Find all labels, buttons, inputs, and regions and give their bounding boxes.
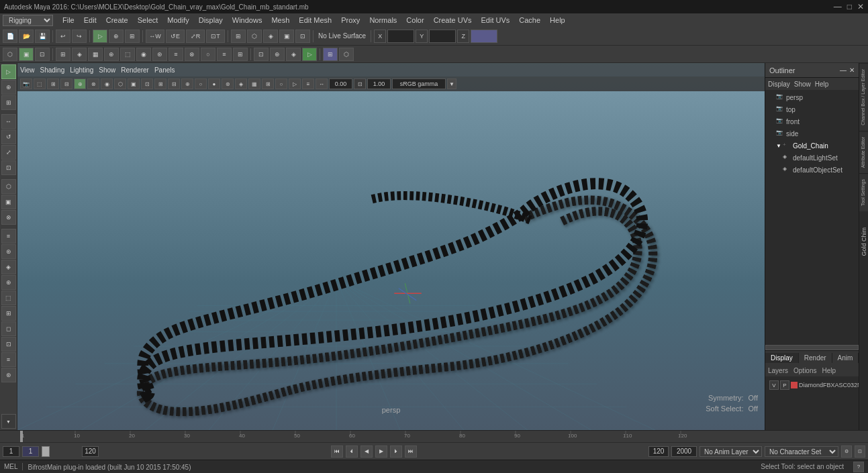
xyz-z-field[interactable] <box>471 30 497 43</box>
tl-play-btn[interactable]: ▶ <box>375 445 387 458</box>
menu-color[interactable]: Color <box>402 15 428 25</box>
layer-p-btn[interactable]: P <box>780 380 789 390</box>
menu-file[interactable]: File <box>58 15 79 25</box>
minimize-button[interactable]: — <box>834 2 842 11</box>
menu-modify[interactable]: Modify <box>163 15 193 25</box>
tl-step-fwd-btn[interactable]: ⏵ <box>390 445 402 458</box>
xyz-z-btn[interactable]: Z <box>457 30 469 43</box>
vp-paint-btn[interactable]: ≡ <box>302 78 314 89</box>
layers-menu-help[interactable]: Help <box>822 367 836 374</box>
vp-fov-field[interactable]: 0.00 <box>329 78 352 89</box>
mel-label[interactable]: MEL <box>4 463 23 470</box>
snap-proj-btn[interactable]: ▣ <box>279 30 294 43</box>
timeline-pb-end-input[interactable] <box>648 446 669 457</box>
paint-select-tool[interactable]: ⊞ <box>1 95 16 110</box>
rotate-tool[interactable]: ↺ <box>1 129 16 144</box>
lasso-tool-btn[interactable]: ⊕ <box>109 30 124 43</box>
menu-cache[interactable]: Cache <box>515 15 544 25</box>
paint-tool-btn[interactable]: ⊞ <box>125 30 140 43</box>
render2-btn[interactable]: ⊕ <box>270 48 285 61</box>
vp-res2-btn[interactable]: ▦ <box>248 78 260 89</box>
workspace-selector[interactable]: Rigging Animation Modeling <box>3 15 53 26</box>
viewport[interactable]: View Shading Lighting Show Renderer Pane… <box>17 63 765 430</box>
render3-btn[interactable]: ▷ <box>302 48 317 61</box>
lattice-tool[interactable]: ◈ <box>1 260 16 274</box>
vp-shade5-btn[interactable]: ⊕ <box>181 78 193 89</box>
curve-tool[interactable]: ⊕ <box>1 275 16 290</box>
menu-edit[interactable]: Edit <box>80 15 101 25</box>
maximize-button[interactable]: □ <box>847 2 852 11</box>
menu-create-uvs[interactable]: Create UVs <box>430 15 476 25</box>
tree-item-front[interactable]: 📷 front <box>765 115 859 127</box>
handles-btn[interactable]: ⊞ <box>56 48 70 61</box>
layer-row[interactable]: V P DiamondFBXASC032Ne... <box>768 379 856 391</box>
tree-item-top[interactable]: 📷 top <box>765 103 859 115</box>
vp-cam4-btn[interactable]: ⊟ <box>60 78 73 89</box>
menu-help[interactable]: Help <box>546 15 569 25</box>
outliner-hscroll-thumb[interactable] <box>765 345 859 350</box>
polys-btn[interactable]: ⊛ <box>152 48 167 61</box>
vp-color-chevron[interactable]: ▼ <box>447 78 456 89</box>
tab-render[interactable]: Render <box>799 353 832 363</box>
show-manip-tool[interactable]: ⊗ <box>1 210 16 225</box>
vp-light1-btn[interactable]: ○ <box>195 78 207 89</box>
obj-btn[interactable]: ▣ <box>19 48 34 61</box>
blend-tool[interactable]: ⊡ <box>1 337 16 352</box>
vp-menu-lighting[interactable]: Lighting <box>70 66 93 74</box>
tl-step-back-btn[interactable]: ⏴ <box>346 445 358 458</box>
tree-item-object-set[interactable]: ◈ defaultObjectSet <box>765 164 859 176</box>
vp-res1-btn[interactable]: ◈ <box>235 78 247 89</box>
outliner-menu-display[interactable]: Display <box>768 81 790 88</box>
component-btn[interactable]: ⊡ <box>35 48 50 61</box>
tab-anim[interactable]: Anim <box>832 353 859 363</box>
tree-item-light-set[interactable]: ◈ defaultLightSet <box>765 152 859 164</box>
vp-cam6-btn[interactable]: ⊗ <box>87 78 99 89</box>
side-tab-channel-box[interactable]: Channel Box / Layer Editor <box>859 63 868 131</box>
ik-btn[interactable]: ▦ <box>88 48 103 61</box>
layers-menu-options[interactable]: Options <box>793 367 816 374</box>
tab-display[interactable]: Display <box>765 353 799 363</box>
ipr-btn[interactable]: ◈ <box>286 48 301 61</box>
snap-point-btn[interactable]: ◈ <box>263 30 278 43</box>
menu-normals[interactable]: Normals <box>365 15 401 25</box>
snap-grid-btn[interactable]: ⊞ <box>231 30 246 43</box>
outliner-min-btn[interactable]: — <box>840 66 847 74</box>
layer-v-btn[interactable]: V <box>769 380 779 390</box>
menu-edit-uvs[interactable]: Edit UVs <box>477 15 514 25</box>
vp-cam-btn[interactable]: 📷 <box>20 78 32 89</box>
outliner-menu-help[interactable]: Help <box>815 81 829 88</box>
joint-tool[interactable]: ⬚ <box>1 291 16 305</box>
xyz-x-btn[interactable]: X <box>374 30 386 43</box>
vp-menu-panels[interactable]: Panels <box>154 66 175 74</box>
vp-xray-btn[interactable]: ○ <box>275 78 287 89</box>
menu-proxy[interactable]: Proxy <box>337 15 364 25</box>
sculpt-tool[interactable]: ▣ <box>1 195 16 209</box>
layers-menu-layers[interactable]: Layers <box>768 367 788 374</box>
deformers-btn[interactable]: ◈ <box>72 48 87 61</box>
close-button[interactable]: ✕ <box>857 2 864 11</box>
vp-hud-btn[interactable]: ↔ <box>316 78 328 89</box>
cluster-tool[interactable]: ⊛ <box>1 244 16 259</box>
vp-isolate-btn[interactable]: ⊞ <box>262 78 274 89</box>
xyz-field[interactable] <box>387 30 414 43</box>
timeline-current-input[interactable] <box>22 446 39 457</box>
open-btn[interactable]: 📂 <box>19 30 34 43</box>
side-tab-attribute-editor[interactable]: Attribute Editor <box>859 131 868 173</box>
skin-tool[interactable]: ◻ <box>1 321 16 336</box>
curves-btn[interactable]: ⬚ <box>120 48 135 61</box>
undo-btn[interactable]: ↩ <box>56 30 70 43</box>
vp-cam7-btn[interactable]: ◉ <box>101 78 113 89</box>
particles-btn[interactable]: ⊗ <box>185 48 199 61</box>
tl-play-back-btn[interactable]: ◀ <box>360 445 373 458</box>
snap2-btn[interactable]: ⬡ <box>339 48 354 61</box>
save-btn[interactable]: 💾 <box>35 30 50 43</box>
timeline-anim-end-input[interactable] <box>671 446 697 457</box>
joints-btn[interactable]: ⊕ <box>104 48 119 61</box>
render-btn[interactable]: ⊡ <box>254 48 269 61</box>
timeline-slider-thumb[interactable] <box>42 446 50 457</box>
vp-focal-field[interactable]: 1.00 <box>367 78 391 89</box>
status-help-icon[interactable]: ? <box>853 462 864 472</box>
tree-item-persp[interactable]: 📷 persp <box>765 91 859 103</box>
vp-cam5-btn[interactable]: ⊕ <box>74 78 86 89</box>
menu-edit-mesh[interactable]: Edit Mesh <box>295 15 336 25</box>
